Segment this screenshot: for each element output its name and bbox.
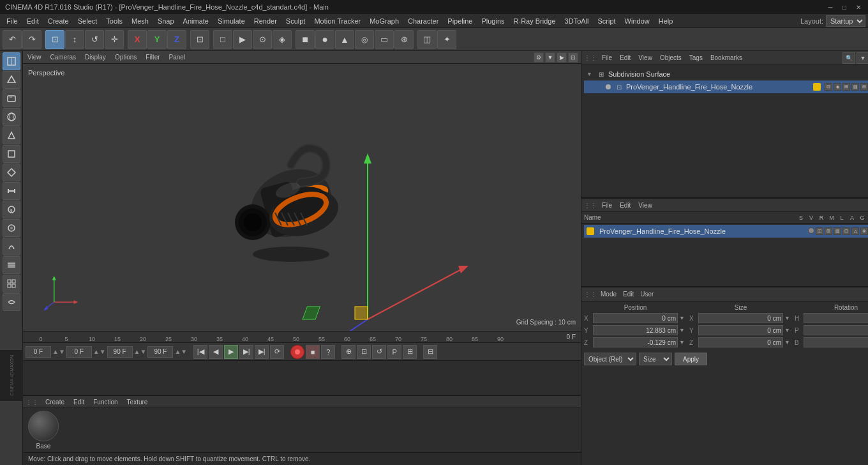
plane-button[interactable]: ▭ xyxy=(375,30,394,49)
menu-tools[interactable]: Tools xyxy=(102,16,126,26)
tool-smooth[interactable] xyxy=(3,293,20,311)
attr-mode-menu[interactable]: Mode xyxy=(598,290,619,298)
light-button[interactable]: ✦ xyxy=(437,30,456,49)
y-axis-button[interactable]: Y xyxy=(147,30,167,49)
obj-bookmarks-menu[interactable]: Bookmarks xyxy=(708,54,745,62)
attr-user-menu[interactable]: User xyxy=(638,290,656,298)
size-x-input[interactable] xyxy=(698,313,783,323)
deformer-button[interactable]: ◈ xyxy=(273,30,292,49)
obj-file-menu[interactable]: File xyxy=(599,54,615,62)
tool-model-mode[interactable] xyxy=(3,52,20,70)
torus-button[interactable]: ◎ xyxy=(355,30,374,49)
position-z-arrow[interactable]: ▼ xyxy=(679,339,687,346)
menu-help[interactable]: Help xyxy=(655,16,677,26)
position-z-input[interactable] xyxy=(593,337,678,347)
vp-expand-v-btn[interactable]: ▼ xyxy=(545,52,555,63)
size-mode-select[interactable]: Size Scale xyxy=(639,353,672,365)
prev-frame-button[interactable]: ◀ xyxy=(209,345,223,359)
menu-simulate[interactable]: Simulate xyxy=(214,16,249,26)
vp-options-menu[interactable]: Options xyxy=(113,53,138,61)
end-frame-input[interactable] xyxy=(107,346,133,358)
obj-edit-menu[interactable]: Edit xyxy=(617,54,633,62)
tool-grid[interactable] xyxy=(3,275,20,293)
sphere-button[interactable]: ● xyxy=(315,30,334,49)
search-icon[interactable]: 🔍 xyxy=(842,52,855,64)
object-mode-select[interactable]: Object (Rel) Object (Abs) World xyxy=(584,353,636,365)
current-frame2-input[interactable] xyxy=(147,346,173,358)
mat-create-menu[interactable]: Create xyxy=(43,398,66,406)
position-y-input[interactable] xyxy=(593,325,678,335)
tool-uv-mode[interactable] xyxy=(3,89,20,107)
obj-row-provenger[interactable]: ⊡ ProVenger_Handline_Fire_Hose_Nozzle ⊡ … xyxy=(584,80,868,93)
size-z-arrow[interactable]: ▼ xyxy=(784,339,792,346)
rotate-tool-button[interactable]: ↺ xyxy=(85,30,104,49)
vp-fullscreen-btn[interactable]: ⊡ xyxy=(568,52,578,63)
stop-record-button[interactable]: ■ xyxy=(306,345,320,359)
obj-mgr-edit-menu[interactable]: Edit xyxy=(617,201,633,210)
polygon-button[interactable]: ▶ xyxy=(233,30,252,49)
viewport-canvas[interactable]: Perspective Grid Spacing : 10 cm xyxy=(23,64,581,331)
start-frame-input[interactable] xyxy=(66,346,92,358)
tool-mesh-mode[interactable] xyxy=(3,71,20,89)
tool-shape[interactable] xyxy=(3,164,20,181)
menu-mograph[interactable]: MoGraph xyxy=(366,16,403,26)
render-region-button[interactable]: ⊡ xyxy=(190,30,209,49)
timeline-expand-button[interactable]: ⊟ xyxy=(423,345,437,359)
vp-settings-btn[interactable]: ⚙ xyxy=(534,52,544,63)
position-y-arrow[interactable]: ▼ xyxy=(679,327,687,333)
menu-mesh[interactable]: Mesh xyxy=(128,16,153,26)
vp-filter-menu[interactable]: Filter xyxy=(144,53,161,61)
camera-button[interactable]: ◫ xyxy=(417,30,437,49)
attr-edit-menu[interactable]: Edit xyxy=(620,290,636,298)
z-axis-button[interactable]: Z xyxy=(167,30,186,49)
tool-magnet[interactable] xyxy=(3,219,20,237)
menu-window[interactable]: Window xyxy=(621,16,654,26)
menu-edit[interactable]: Edit xyxy=(23,16,43,26)
cone-button[interactable]: ▲ xyxy=(335,30,354,49)
menu-vray[interactable]: R-Ray Bridge xyxy=(510,16,560,26)
undo-button[interactable]: ↶ xyxy=(3,30,22,49)
obj-view-menu[interactable]: View xyxy=(636,54,655,62)
rotation-b-input[interactable] xyxy=(804,337,868,347)
menu-select[interactable]: Select xyxy=(74,16,101,26)
layout-select[interactable]: Startup xyxy=(826,15,865,27)
obj-tags-menu[interactable]: Tags xyxy=(687,54,705,62)
position-x-arrow[interactable]: ▼ xyxy=(679,315,687,321)
maximize-button[interactable]: □ xyxy=(840,3,849,11)
figure-button[interactable]: ⊛ xyxy=(394,30,414,49)
tool-layers[interactable] xyxy=(3,256,20,274)
record-button[interactable] xyxy=(290,345,304,359)
go-to-start-button[interactable]: |◀ xyxy=(193,345,207,359)
menu-snap[interactable]: Snap xyxy=(154,16,178,26)
mat-function-menu[interactable]: Function xyxy=(91,398,119,406)
menu-sculpt[interactable]: Sculpt xyxy=(282,16,310,26)
minimize-button[interactable]: ─ xyxy=(826,3,835,11)
material-item-base[interactable]: Base xyxy=(28,411,59,450)
material-ball-base[interactable] xyxy=(28,411,59,441)
vp-cameras-menu[interactable]: Cameras xyxy=(49,53,79,61)
obj-mgr-view-menu[interactable]: View xyxy=(636,201,655,210)
x-axis-button[interactable]: X xyxy=(128,30,147,49)
apply-button[interactable]: Apply xyxy=(675,353,707,365)
menu-file[interactable]: File xyxy=(3,16,22,26)
size-x-arrow[interactable]: ▼ xyxy=(784,315,792,321)
menu-animate[interactable]: Animate xyxy=(179,16,213,26)
tool-sculpt[interactable] xyxy=(3,126,20,144)
menu-character[interactable]: Character xyxy=(404,16,442,26)
nurbs-button[interactable]: ⊙ xyxy=(253,30,272,49)
rotation-p-input[interactable] xyxy=(804,325,868,335)
vp-display-menu[interactable]: Display xyxy=(83,53,108,61)
obj-objects-menu[interactable]: Objects xyxy=(657,54,684,62)
all-key-button[interactable]: ⊞ xyxy=(403,345,417,359)
move-key-button[interactable]: ⊕ xyxy=(341,345,355,359)
obj-row-subdivision[interactable]: ▼ ⊞ Subdivision Surface ✓ xyxy=(584,68,868,80)
vp-panel-menu[interactable]: Panel xyxy=(167,53,188,61)
select-tool-button[interactable]: ⊡ xyxy=(45,30,64,49)
size-y-arrow[interactable]: ▼ xyxy=(784,327,792,333)
menu-pipeline[interactable]: Pipeline xyxy=(444,16,476,26)
play-button[interactable]: ▶ xyxy=(224,345,238,359)
obj-mgr-file-menu[interactable]: File xyxy=(599,201,615,210)
auto-key-button[interactable]: ? xyxy=(321,345,335,359)
tool-measure[interactable] xyxy=(3,182,20,200)
filter-icon[interactable]: ▼ xyxy=(857,52,868,64)
